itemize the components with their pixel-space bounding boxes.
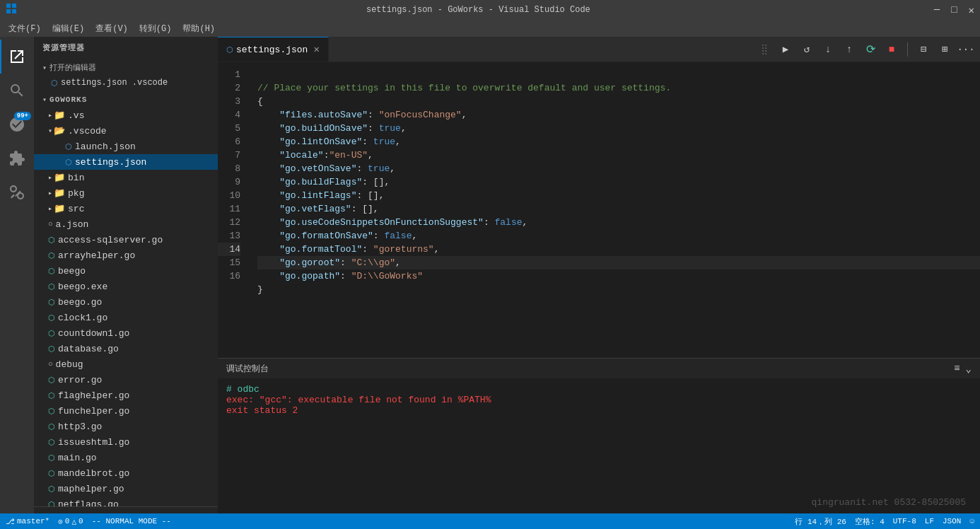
- code-editor[interactable]: 12345 678910 111213 14 1516 // Place you…: [218, 62, 980, 358]
- maximize-button[interactable]: □: [951, 4, 957, 16]
- tree-item-maphelper[interactable]: ⬡ maphelper.go: [34, 481, 218, 496]
- status-emoji[interactable]: ☺: [969, 517, 974, 525]
- toolbar-step-in-btn[interactable]: ↑: [841, 41, 858, 58]
- status-errors[interactable]: ⊙ 0 △ 0: [58, 517, 83, 526]
- menu-help[interactable]: 帮助(H): [177, 21, 221, 36]
- menu-bar: 文件(F) 编辑(E) 查看(V) 转到(G) 帮助(H): [0, 20, 980, 37]
- tree-item-beego[interactable]: ⬡ beego: [34, 263, 218, 279]
- editor-area: ⬡ settings.json ✕ ⣿ ▶ ↺ ↓ ↑ ⟳ ■ ⊟ ⊞ ···: [218, 37, 980, 513]
- file-icon-database: ⬡: [48, 344, 55, 354]
- tree-item-launch[interactable]: ⬡ launch.json: [34, 139, 218, 154]
- encoding-text: UTF-8: [893, 517, 916, 525]
- menu-goto[interactable]: 转到(G): [134, 21, 177, 36]
- toolbar-play-btn[interactable]: ▶: [777, 41, 794, 58]
- status-branch[interactable]: ⎇ master*: [6, 517, 49, 526]
- debug-filter-btn[interactable]: ≡: [954, 363, 959, 375]
- tree-item-access-sqlserver[interactable]: ⬡ access-sqlserver.go: [34, 232, 218, 248]
- vim-mode-text: -- NORMAL MODE --: [92, 517, 171, 525]
- debug-content[interactable]: # odbc exec: "gcc": executable file not …: [218, 378, 980, 513]
- status-position[interactable]: 行 14，列 26: [795, 516, 846, 527]
- tree-item-beego-exe[interactable]: ⬡ beego.exe: [34, 279, 218, 294]
- title-bar-controls: ─ □ ✕: [934, 4, 974, 16]
- tree-item-http3[interactable]: ⬡ http3.go: [34, 419, 218, 434]
- tree-label-error: error.go: [58, 375, 102, 385]
- activity-debug[interactable]: 99+: [0, 107, 34, 141]
- tree-label-database: database.go: [58, 344, 119, 354]
- branch-name: master*: [17, 517, 49, 525]
- status-left: ⎇ master* ⊙ 0 △ 0 -- NORMAL MODE --: [6, 517, 171, 526]
- file-icon-access-sqlserver: ⬡: [48, 236, 55, 245]
- toolbar-stop-btn[interactable]: ■: [883, 41, 900, 58]
- line-7: "go.vetOnSave": true,: [257, 163, 395, 174]
- tree-item-beego-go[interactable]: ⬡ beego.go: [34, 294, 218, 310]
- tree-item-debug[interactable]: ○ debug: [34, 356, 218, 372]
- file-icon-countdown1: ⬡: [48, 329, 55, 338]
- tab-close-settings[interactable]: ✕: [313, 45, 319, 54]
- line-10: "go.vetFlags": [],: [257, 204, 379, 214]
- tree-item-countdown1[interactable]: ⬡ countdown1.go: [34, 325, 218, 341]
- toolbar-layout-btn[interactable]: ⊞: [936, 41, 953, 58]
- tree-item-bin[interactable]: ▸ 📁 bin: [34, 170, 218, 185]
- toolbar-split-btn[interactable]: ⊟: [915, 41, 932, 58]
- tree-item-ajson[interactable]: ○ a.json: [34, 216, 218, 232]
- goworks-title[interactable]: ▾ GOWORKS: [34, 93, 218, 106]
- tree-item-vs[interactable]: ▸ 📁 .vs: [34, 107, 218, 123]
- status-vim-mode: -- NORMAL MODE --: [92, 517, 171, 525]
- activity-source-control[interactable]: [0, 175, 34, 209]
- tree-item-database[interactable]: ⬡ database.go: [34, 341, 218, 356]
- status-spaces[interactable]: 空格: 4: [855, 516, 885, 527]
- status-eol[interactable]: LF: [925, 517, 934, 525]
- menu-file[interactable]: 文件(F): [3, 21, 47, 36]
- tree-item-main[interactable]: ⬡ main.go: [34, 450, 218, 465]
- toolbar-restart-btn[interactable]: ↺: [798, 41, 815, 58]
- emoji-icon: ☺: [969, 517, 974, 525]
- status-language[interactable]: JSON: [943, 517, 961, 525]
- open-editor-icon: ⬡: [51, 79, 58, 88]
- tree-item-flaghelper[interactable]: ⬡ flaghelper.go: [34, 388, 218, 403]
- file-icon-funchelper: ⬡: [48, 407, 55, 416]
- close-button[interactable]: ✕: [969, 4, 974, 16]
- sidebar: 资源管理器 ▾ 打开的编辑器 ⬡ settings.json .vscode ▾…: [34, 37, 218, 513]
- debug-header: 调试控制台 ≡ ⌄: [218, 359, 980, 378]
- warning-count: 0: [78, 517, 83, 525]
- tree-label-pkg: pkg: [68, 188, 84, 199]
- tree-item-error[interactable]: ⬡ error.go: [34, 372, 218, 388]
- open-editors-title[interactable]: ▾ 打开的编辑器: [34, 60, 218, 75]
- tree-item-netflags[interactable]: ⬡ netflags.go: [34, 496, 218, 506]
- tree-label-vscode: .vscode: [68, 126, 107, 136]
- menu-edit[interactable]: 编辑(E): [47, 21, 91, 36]
- open-editor-settings[interactable]: ⬡ settings.json .vscode: [34, 75, 218, 91]
- toolbar-more-btn[interactable]: ···: [957, 41, 974, 58]
- tree-item-issueshtml[interactable]: ⬡ issueshtml.go: [34, 434, 218, 450]
- file-icon-netflags: ⬡: [48, 500, 55, 507]
- tab-name-settings: settings.json: [236, 45, 308, 55]
- toolbar-continue-btn[interactable]: ⟳: [862, 41, 879, 58]
- tree-item-settings[interactable]: ⬡ settings.json: [34, 154, 218, 170]
- minimize-button[interactable]: ─: [934, 4, 940, 16]
- svg-rect-0: [6, 4, 11, 8]
- activity-extensions[interactable]: [0, 141, 34, 175]
- debug-line-cmd: # odbc: [226, 384, 972, 395]
- debug-collapse-btn[interactable]: ⌄: [966, 363, 972, 375]
- tree-item-vscode[interactable]: ▾ 📂 .vscode: [34, 123, 218, 139]
- activity-search[interactable]: [0, 74, 34, 107]
- code-content[interactable]: // Place your settings in this file to o…: [252, 62, 980, 358]
- sidebar-bottom-scroll[interactable]: [34, 506, 218, 513]
- tree-item-clock1[interactable]: ⬡ clock1.go: [34, 310, 218, 325]
- tree-item-funchelper[interactable]: ⬡ funchelper.go: [34, 403, 218, 419]
- tree-item-pkg[interactable]: ▸ 📁 pkg: [34, 185, 218, 201]
- folder-icon: 📁: [54, 110, 65, 121]
- status-encoding[interactable]: UTF-8: [893, 517, 916, 525]
- tree-item-src[interactable]: ▸ 📁 src: [34, 201, 218, 216]
- debug-line-error1: exec: "gcc": executable file not found i…: [226, 395, 972, 405]
- tree-item-arrayhelper[interactable]: ⬡ arrayhelper.go: [34, 248, 218, 263]
- tree-label-arrayhelper: arrayhelper.go: [58, 250, 135, 261]
- toolbar-step-over-btn[interactable]: ↓: [819, 41, 836, 58]
- folder-chevron-src: ▸: [48, 204, 52, 213]
- file-icon-ajson: ○: [48, 220, 53, 228]
- activity-explorer[interactable]: [0, 40, 34, 74]
- menu-view[interactable]: 查看(V): [90, 21, 134, 36]
- file-json-icon-launch: ⬡: [65, 142, 72, 151]
- tree-item-mandelbrot[interactable]: ⬡ mandelbrot.go: [34, 465, 218, 481]
- tab-settings[interactable]: ⬡ settings.json ✕: [218, 37, 329, 62]
